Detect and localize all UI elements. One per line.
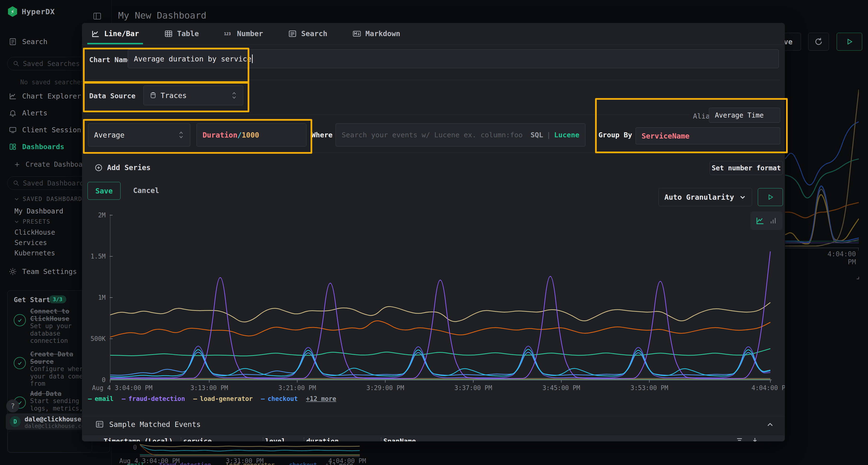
column-header-spanname[interactable]: SpanName (383, 437, 416, 441)
chart-name-input[interactable]: Average duration by service (128, 49, 779, 68)
mini-chart-y-tick: 0 (133, 444, 137, 451)
num123-icon: 123 (224, 29, 233, 38)
sample-events-title: Sample Matched Events (109, 420, 200, 429)
tab-label: Search (301, 29, 327, 38)
run-query-button[interactable] (837, 33, 862, 51)
sidebar-item-search[interactable]: Search (9, 38, 48, 46)
sidebar-item-clickhouse[interactable]: ClickHouse (14, 228, 55, 236)
alias-input[interactable]: Average Time (709, 108, 780, 123)
user-menu[interactable]: D dale@clickhouse.c dale@clickhouse.com'… (6, 413, 92, 430)
get-started-item: Create Data SourceConfigure where your d… (14, 350, 90, 388)
sidebar-item-label: Search (22, 38, 48, 46)
download-icon[interactable] (751, 437, 758, 441)
create-dashboard-button[interactable]: Create Dashboard (14, 161, 91, 168)
aggregation-select[interactable]: Average (88, 123, 190, 146)
column-header-timestamp-local-[interactable]: Timestamp (Local) (104, 437, 173, 441)
tab-table[interactable]: Table (162, 23, 201, 44)
get-started-badge: 3/3 (49, 295, 66, 303)
legend-more-link[interactable]: +12 more (306, 395, 336, 402)
help-button[interactable]: ? (6, 399, 19, 412)
sidebar-collapse-icon[interactable] (93, 11, 102, 21)
data-source-select[interactable]: Traces (144, 86, 243, 105)
sql-mode-toggle[interactable]: SQL (530, 131, 543, 139)
main-chart[interactable] (110, 212, 772, 384)
resize-handle-icon[interactable] (854, 274, 860, 280)
sidebar-item-chart-explorer[interactable]: Chart Explorer (9, 92, 81, 100)
series-cyan (140, 445, 360, 451)
granularity-select[interactable]: Auto Granularity (658, 188, 752, 206)
set-number-format-button[interactable]: Set number format (710, 161, 783, 175)
chart-type-tabs: Line/BarTable123NumberSearchMarkdown (82, 23, 785, 44)
legend-dash: — (219, 462, 223, 465)
column-header-level[interactable]: level (265, 437, 285, 441)
page-title[interactable]: My New Dashboard (118, 10, 207, 21)
legend-item-email[interactable]: —email (88, 395, 114, 402)
chart-legend: —email—fraud-detection—load-generator—ch… (88, 395, 336, 402)
brand[interactable]: ⚡ HyperDX (7, 6, 55, 17)
collapse-chevron-up-icon[interactable] (766, 421, 774, 429)
mini-x-tick-label: 3:31:00 PM (226, 457, 264, 465)
database-icon (150, 91, 157, 100)
sidebar-item-client-sessions[interactable]: Client Sessions (9, 126, 85, 134)
background-chart-x-tick: 4:04:00 PM (817, 250, 856, 266)
sidebar-item-team-settings[interactable]: Team Settings (9, 267, 77, 276)
refresh-button[interactable] (808, 33, 829, 51)
group-by-input[interactable]: ServiceName (636, 128, 780, 144)
cancel-button[interactable]: Cancel (133, 186, 159, 195)
lucene-mode-toggle[interactable]: Lucene (554, 131, 579, 139)
where-search-input[interactable]: Search your events w/ Lucene ex. column:… (336, 123, 585, 146)
tab-search[interactable]: Search (286, 23, 330, 44)
sidebar-item-kubernetes[interactable]: Kubernetes (14, 249, 55, 257)
tab-label: Table (177, 29, 199, 38)
x-tick-label: 4:04:00 PM (751, 384, 785, 392)
sidebar-item-label: Chart Explorer (22, 92, 81, 100)
legend-item-checkout[interactable]: —checkout (261, 395, 298, 402)
chart-run-button[interactable] (758, 188, 783, 206)
section-label: PRESETS (23, 218, 51, 225)
sidebar-item-services[interactable]: Services (14, 239, 47, 247)
field-token: Duration (203, 131, 238, 139)
series-blue (785, 122, 859, 185)
tab-number[interactable]: 123Number (222, 23, 266, 44)
legend-item-checkout[interactable]: —checkout (283, 462, 317, 465)
tab-markdown[interactable]: Markdown (350, 23, 403, 44)
legend-item-fraud-detection[interactable]: —fraud-detection (122, 395, 185, 402)
save-button[interactable]: Save (88, 182, 121, 200)
background-chart-right (785, 82, 859, 251)
y-tick-label: 0 (82, 376, 105, 384)
field-expression-input[interactable]: Duration/1000 (196, 123, 306, 146)
legend-item-load-generator[interactable]: —load-generator (193, 395, 253, 402)
tab-line-bar[interactable]: Line/Bar (89, 23, 142, 44)
data-source-value: Traces (161, 91, 187, 100)
get-started-item-title: Add Data (30, 390, 90, 397)
aggregation-value: Average (94, 131, 124, 139)
granularity-value: Auto Granularity (664, 193, 734, 201)
sample-events-header[interactable]: Sample Matched Events (95, 420, 200, 429)
sidebar-item-my-dashboard[interactable]: My Dashboard (14, 207, 63, 215)
saved-dashboards-section[interactable]: SAVED DASHBOARDS (14, 196, 86, 202)
chevron-down-icon (14, 196, 19, 202)
series-gold (785, 195, 859, 244)
app-root: ⚡ HyperDX Search Saved Searches No saved… (0, 0, 868, 465)
get-started-item-sub: Set up your database connection (30, 322, 90, 344)
hyperdx-logo-icon: ⚡ (7, 6, 18, 17)
column-header-service[interactable]: service (183, 437, 212, 441)
user-email: dale@clickhouse.c (25, 416, 89, 423)
brand-name: HyperDX (22, 7, 55, 16)
check-circle-icon (14, 314, 26, 326)
filter-icon[interactable] (736, 437, 743, 441)
sidebar-item-dashboards[interactable]: Dashboards (9, 143, 64, 151)
series-orange (785, 202, 859, 218)
sidebar-item-alerts[interactable]: Alerts (9, 109, 48, 117)
chart-name-label: Chart Name (89, 56, 131, 64)
monitor-icon (9, 126, 17, 134)
add-series-button[interactable]: Add Series (94, 163, 151, 172)
get-started-text: Connect to ClickHouseSet up your databas… (30, 307, 90, 344)
sidebar-item-label: Client Sessions (22, 126, 85, 134)
svg-text:123: 123 (224, 32, 231, 36)
series-load-generator (110, 303, 770, 322)
column-header-duration[interactable]: duration (306, 437, 339, 441)
select-chevrons-icon (178, 131, 184, 139)
legend-label: fraud-detection (128, 395, 185, 402)
presets-section[interactable]: PRESETS (14, 218, 51, 225)
